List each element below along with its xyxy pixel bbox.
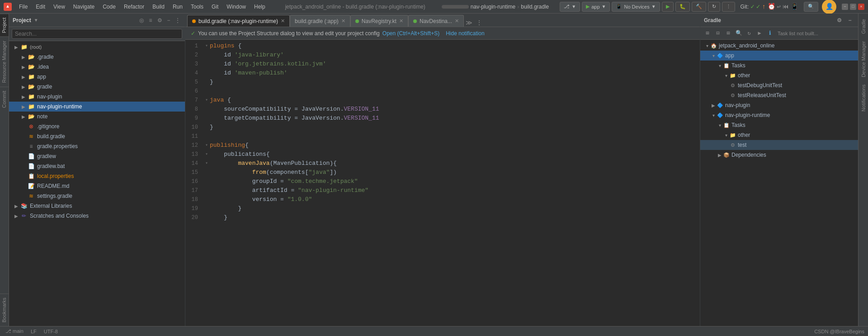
tab-overflow-button[interactable]: ⋮ bbox=[474, 19, 484, 27]
menu-refactor[interactable]: Refactor bbox=[120, 2, 148, 11]
sync-button[interactable]: ↻ bbox=[708, 2, 720, 12]
g-tree-tasks-app[interactable]: ▾ 📋 Tasks bbox=[700, 61, 858, 70]
menu-file[interactable]: File bbox=[15, 2, 31, 11]
g-tree-test-release[interactable]: ⚙ testReleaseUnitTest bbox=[700, 90, 858, 100]
project-search-input[interactable] bbox=[12, 29, 182, 39]
git-check2-icon[interactable]: ✓ bbox=[756, 3, 760, 10]
menu-navigate[interactable]: Navigate bbox=[70, 2, 98, 11]
menu-view[interactable]: View bbox=[50, 2, 69, 11]
list-item[interactable]: ≡ gradle.properties bbox=[9, 141, 185, 151]
g-tree-navplugin[interactable]: ▶ 🔷 nav-plugin bbox=[700, 100, 858, 110]
gradle-sync-icon[interactable]: ↻ bbox=[745, 29, 754, 38]
list-item[interactable]: 📝 README.md bbox=[9, 181, 185, 191]
list-item[interactable]: ▶ 📁 app bbox=[9, 72, 185, 82]
tree-root[interactable]: ▶ 📁 (root) bbox=[9, 42, 185, 52]
panel-locate-icon[interactable]: ◎ bbox=[138, 17, 145, 24]
menu-edit[interactable]: Edit bbox=[32, 2, 49, 11]
list-item[interactable]: ▶ 📂 gradle bbox=[9, 82, 185, 92]
gradle-expand-icon[interactable]: ⊞ bbox=[703, 29, 712, 38]
g-tree-root[interactable]: ▾ 🏠 jetpack_android_online bbox=[700, 41, 858, 51]
gradle-group-icon[interactable]: ⊞ bbox=[724, 29, 733, 38]
menu-window[interactable]: Window bbox=[223, 2, 250, 11]
left-tab-commit[interactable]: Commit bbox=[0, 87, 9, 112]
list-item[interactable]: ▶ 📚 External Libraries bbox=[9, 201, 185, 211]
user-avatar[interactable]: 👤 bbox=[822, 0, 836, 14]
g-tree-test-debug[interactable]: ⚙ testDebugUnitTest bbox=[700, 80, 858, 90]
left-tab-project[interactable]: Project bbox=[0, 14, 9, 37]
list-item[interactable]: 📄 gradlew.bat bbox=[9, 161, 185, 171]
g-tree-tasks-runtime[interactable]: ▾ 📋 Tasks bbox=[700, 120, 858, 130]
run-button[interactable]: ▶ bbox=[662, 2, 674, 12]
right-tab-device-manager[interactable]: Device Manager bbox=[861, 37, 866, 81]
tab-build-gradle-runtime[interactable]: build.gradle (:nav-plugin-runtime) ✕ bbox=[187, 15, 290, 27]
list-item[interactable]: 📄 gradlew bbox=[9, 151, 185, 161]
notification-open-link[interactable]: Open (Ctrl+Alt+Shift+S) bbox=[382, 30, 439, 37]
list-item[interactable]: ▶ 📂 .idea bbox=[9, 62, 185, 72]
right-tab-gradle[interactable]: Gradle bbox=[861, 15, 866, 37]
menu-tools[interactable]: Tools bbox=[187, 2, 207, 11]
list-item[interactable]: ▶ ✏ Scratches and Consoles bbox=[9, 211, 185, 221]
list-item[interactable]: ≋ settings.gradle bbox=[9, 191, 185, 201]
tab-build-gradle-app[interactable]: build.gradle (:app) ✕ bbox=[290, 15, 350, 27]
tab-more-button[interactable]: ≫ bbox=[464, 19, 474, 27]
list-item[interactable]: ▶ 📂 note bbox=[9, 112, 185, 121]
vcs-button[interactable]: ⎇ ▼ bbox=[560, 2, 580, 12]
git-check1-icon[interactable]: ✓ bbox=[750, 3, 754, 10]
menu-git[interactable]: Git bbox=[208, 2, 222, 11]
git-rollback-icon[interactable]: ⏮ bbox=[783, 3, 789, 10]
menu-build[interactable]: Build bbox=[149, 2, 168, 11]
tab-navregistry[interactable]: NavRegistry.kt ✕ bbox=[350, 15, 408, 27]
search-everywhere-button[interactable]: 🔍 bbox=[804, 2, 818, 12]
list-item[interactable]: 📋 local.properties bbox=[9, 171, 185, 181]
tab-close-navdestina[interactable]: ✕ bbox=[455, 18, 459, 24]
menu-code[interactable]: Code bbox=[99, 2, 119, 11]
git-phone-icon[interactable]: 📱 bbox=[791, 3, 798, 10]
gradle-collapse-icon[interactable]: ⊟ bbox=[713, 29, 722, 38]
code-editor[interactable]: 1 ▾ plugins { 2 id 'java-library' 3 id '… bbox=[185, 40, 700, 326]
project-dropdown-arrow[interactable]: ▼ bbox=[34, 18, 38, 23]
list-item[interactable]: ▶ 📁 nav-plugin-runtime bbox=[9, 102, 185, 112]
list-item[interactable]: ▶ 📂 .gradle bbox=[9, 52, 185, 62]
breadcrumb-file[interactable]: build.gradle bbox=[521, 4, 549, 10]
g-tree-deps[interactable]: ▶ 📦 Dependencies bbox=[700, 150, 858, 160]
list-item[interactable]: ≋ build.gradle bbox=[9, 131, 185, 141]
g-tree-other-app[interactable]: ▾ 📁 other bbox=[700, 70, 858, 80]
menu-run[interactable]: Run bbox=[169, 2, 186, 11]
run-config-button[interactable]: ▶ app ▼ bbox=[582, 2, 610, 12]
status-utf8[interactable]: UTF-8 bbox=[42, 329, 60, 334]
more-run-tools[interactable]: ⋮ bbox=[722, 2, 735, 12]
g-tree-other-runtime[interactable]: ▾ 📁 other bbox=[700, 130, 858, 140]
panel-gear-icon[interactable]: ⋮ bbox=[174, 17, 181, 24]
gradle-run-icon[interactable]: ▶ bbox=[755, 29, 764, 38]
build-button[interactable]: 🔨 bbox=[692, 2, 706, 12]
left-tab-bookmarks[interactable]: Bookmarks bbox=[0, 294, 9, 326]
gradle-info-icon[interactable]: ℹ bbox=[765, 29, 774, 38]
right-tab-notifications[interactable]: Notifications bbox=[861, 81, 866, 115]
breadcrumb-module[interactable]: nav-plugin-runtime bbox=[471, 4, 515, 10]
menu-help[interactable]: Help bbox=[250, 2, 269, 11]
panel-collapse-icon[interactable]: ≡ bbox=[147, 17, 154, 24]
status-branch-icon[interactable]: ⎇ main bbox=[4, 328, 25, 334]
no-devices-button[interactable]: 📱 No Devices ▼ bbox=[612, 2, 660, 12]
g-tree-navruntime[interactable]: ▾ 🔷 nav-plugin-runtime bbox=[700, 110, 858, 120]
maximize-button[interactable]: □ bbox=[850, 4, 856, 10]
g-tree-app[interactable]: ▾ 🔷 app bbox=[700, 51, 858, 61]
left-tab-resource[interactable]: Resource Manager bbox=[0, 37, 9, 87]
notification-hide-link[interactable]: Hide notification bbox=[446, 30, 484, 37]
status-lf[interactable]: LF bbox=[29, 329, 38, 334]
g-tree-test[interactable]: ⚙ test bbox=[700, 140, 858, 150]
tab-close-runtime[interactable]: ✕ bbox=[281, 18, 285, 24]
tab-close-app[interactable]: ✕ bbox=[341, 18, 345, 24]
list-item[interactable]: ▶ 📁 nav-plugin bbox=[9, 92, 185, 102]
debug-button[interactable]: 🐛 bbox=[675, 2, 690, 12]
tab-close-navregistry[interactable]: ✕ bbox=[399, 18, 403, 24]
tab-navdestina[interactable]: NavDestina... ✕ bbox=[408, 15, 464, 27]
git-push-icon[interactable]: ↑ bbox=[762, 3, 765, 10]
list-item[interactable]: ⊗ .gitignore bbox=[9, 121, 185, 131]
git-history-icon[interactable]: ⏰ bbox=[768, 3, 775, 10]
close-button[interactable]: ✕ bbox=[858, 4, 864, 10]
panel-settings-icon[interactable]: ⚙ bbox=[156, 17, 163, 24]
gradle-settings-icon[interactable]: ⚙ bbox=[835, 16, 844, 25]
git-undo-icon[interactable]: ↩ bbox=[777, 3, 781, 10]
gradle-search-icon[interactable]: 🔍 bbox=[734, 29, 743, 38]
